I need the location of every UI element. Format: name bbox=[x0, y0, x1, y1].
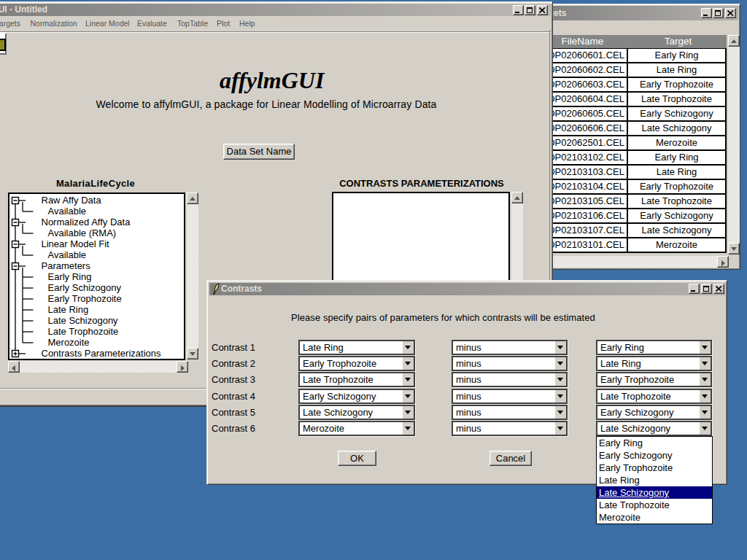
svg-text:Late Schizogony: Late Schizogony bbox=[48, 315, 119, 326]
svg-text:Normalized Affy Data: Normalized Affy Data bbox=[42, 217, 131, 228]
svg-text:Raw Affy Data: Raw Affy Data bbox=[42, 195, 102, 206]
svg-text:Late Trophozoite: Late Trophozoite bbox=[48, 326, 119, 337]
svg-text:Available: Available bbox=[48, 249, 87, 260]
svg-text:Linear Model Fit: Linear Model Fit bbox=[42, 238, 110, 249]
svg-text:Available: Available bbox=[48, 206, 87, 217]
svg-text:Early Trophozoite: Early Trophozoite bbox=[48, 293, 122, 304]
svg-text:Parameters: Parameters bbox=[42, 260, 91, 271]
svg-text:Contrasts Parameterizations: Contrasts Parameterizations bbox=[42, 348, 162, 359]
svg-text:Early Ring: Early Ring bbox=[48, 271, 92, 282]
svg-text:Early Schizogony: Early Schizogony bbox=[48, 282, 122, 293]
svg-text:Merozoite: Merozoite bbox=[48, 337, 90, 348]
svg-text:Available (RMA): Available (RMA) bbox=[48, 228, 117, 238]
svg-text:Late Ring: Late Ring bbox=[48, 304, 89, 315]
